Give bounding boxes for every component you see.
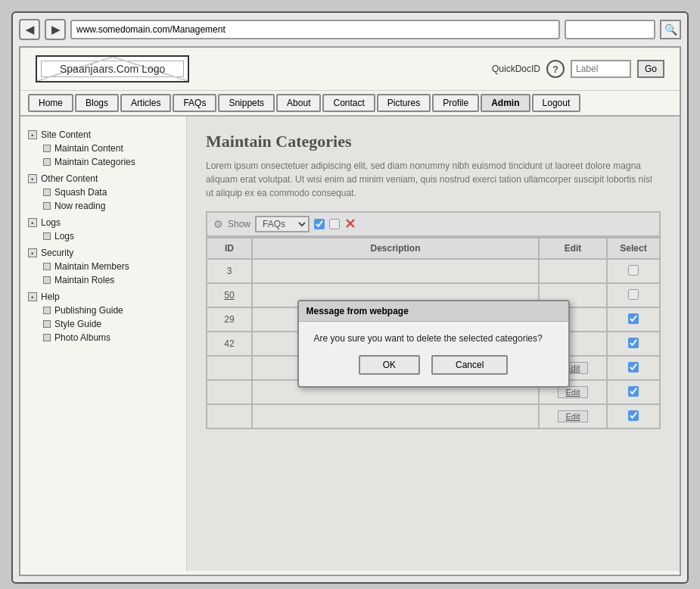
sidebar-item-logs[interactable]: Logs [28,229,179,243]
page-header: Spaanjaars.Com Logo QuickDocID ? Go [20,48,680,91]
item-icon-maintain-categories [43,158,51,166]
sidebar-item-label-photo-albums: Photo Albums [54,332,110,343]
sidebar-item-maintain-members[interactable]: Maintain Members [28,260,179,273]
main-content: ▪ Site Content Maintain Content Maintain… [20,117,680,571]
sidebar-item-label-logs: Logs [54,231,74,242]
search-button[interactable]: 🔍 [660,20,681,39]
item-icon-maintain-members [43,263,51,270]
sidebar-item-maintain-categories[interactable]: Maintain Categories [28,155,179,169]
sidebar-item-label-squash-data: Squash Data [54,187,107,198]
section-icon-security: ▪ [28,248,37,257]
modal-message: Are you sure you want to delete the sele… [314,333,553,344]
help-button[interactable]: ? [546,60,565,78]
sidebar-section-header-help[interactable]: ▪ Help [28,290,179,304]
sidebar-section-label-security: Security [41,248,73,258]
sidebar-item-maintain-content[interactable]: Maintain Content [28,142,179,155]
item-icon-squash-data [43,189,51,196]
sidebar-item-maintain-roles[interactable]: Maintain Roles [28,273,179,287]
nav-admin[interactable]: Admin [481,94,530,112]
modal-overlay: Message from webpage Are you sure you wa… [187,117,680,571]
item-icon-maintain-roles [43,276,51,284]
sidebar-section-help: ▪ Help Publishing Guide Style Guide Phot… [28,290,179,344]
modal-title: Message from webpage [306,306,409,316]
modal-buttons: OK Cancel [314,355,553,375]
sidebar-section-logs: ▪ Logs Logs [28,216,179,243]
section-icon-site-content: ▪ [28,130,37,139]
browser-window: ◀ ▶ 🔍 Spaanjaars.Com Logo QuickDocID ? G… [11,11,689,584]
sidebar-item-label-publishing-guide: Publishing Guide [54,305,123,316]
modal-dialog: Message from webpage Are you sure you wa… [297,300,570,388]
nav-home[interactable]: Home [28,94,73,112]
quickdoc-go-button[interactable]: Go [637,60,664,78]
modal-title-bar: Message from webpage [299,301,568,322]
content-area: Maintain Categories Lorem ipsum onsectet… [187,117,680,571]
section-icon-logs: ▪ [28,218,37,227]
main-navigation: Home Blogs Articles FAQs Snippets About … [20,91,680,117]
page-wrapper: Spaanjaars.Com Logo QuickDocID ? Go Home… [19,46,681,576]
browser-search-input[interactable] [565,20,655,39]
nav-snippets[interactable]: Snippets [218,94,275,112]
modal-ok-button[interactable]: OK [359,355,420,375]
quickdoc-label: QuickDocID [492,64,540,74]
sidebar-item-squash-data[interactable]: Squash Data [28,185,179,199]
back-button[interactable]: ◀ [19,19,40,40]
sidebar-section-header-logs[interactable]: ▪ Logs [28,216,179,229]
sidebar-item-label-maintain-members: Maintain Members [54,261,129,272]
address-bar[interactable] [70,20,560,39]
item-icon-style-guide [43,320,51,328]
nav-profile[interactable]: Profile [432,94,479,112]
sidebar-item-publishing-guide[interactable]: Publishing Guide [28,304,179,317]
item-icon-logs [43,232,51,240]
sidebar-item-photo-albums[interactable]: Photo Albums [28,331,179,344]
sidebar-section-security: ▪ Security Maintain Members Maintain Rol… [28,246,179,287]
modal-body: Are you sure you want to delete the sele… [299,322,568,386]
sidebar-section-header-security[interactable]: ▪ Security [28,246,179,260]
quickdoc-input[interactable] [571,60,631,78]
nav-blogs[interactable]: Blogs [75,94,119,112]
nav-pictures[interactable]: Pictures [377,94,431,112]
item-icon-now-reading [43,202,51,210]
nav-articles[interactable]: Articles [120,94,171,112]
sidebar-section-label-other-content: Other Content [41,173,98,184]
site-logo: Spaanjaars.Com Logo [36,55,189,83]
sidebar-item-style-guide[interactable]: Style Guide [28,317,179,331]
forward-button[interactable]: ▶ [45,19,66,40]
sidebar-item-label-style-guide: Style Guide [54,319,101,329]
section-icon-help: ▪ [28,292,37,301]
header-right: QuickDocID ? Go [492,60,664,78]
sidebar-section-label-logs: Logs [41,217,61,228]
sidebar-item-label-maintain-roles: Maintain Roles [54,275,114,285]
item-icon-photo-albums [43,334,51,341]
section-icon-other-content: ▪ [28,174,37,183]
logo-text: Spaanjaars.Com Logo [60,63,165,75]
sidebar-section-header-other-content[interactable]: ▪ Other Content [28,172,179,185]
sidebar-item-now-reading[interactable]: Now reading [28,199,179,213]
browser-toolbar: ◀ ▶ 🔍 [19,19,681,40]
modal-cancel-button[interactable]: Cancel [431,355,508,375]
item-icon-publishing-guide [43,307,51,314]
nav-contact[interactable]: Contact [322,94,375,112]
sidebar-item-label-now-reading: Now reading [54,201,105,211]
sidebar-item-label-maintain-categories: Maintain Categories [54,157,135,167]
sidebar-section-label-help: Help [41,291,60,302]
sidebar: ▪ Site Content Maintain Content Maintain… [20,117,187,571]
sidebar-section-header-site-content[interactable]: ▪ Site Content [28,128,179,142]
nav-about[interactable]: About [276,94,321,112]
sidebar-section-label-site-content: Site Content [41,129,91,140]
sidebar-item-label-maintain-content: Maintain Content [54,143,123,154]
nav-logout[interactable]: Logout [532,94,581,112]
item-icon-maintain-content [43,145,51,152]
nav-faqs[interactable]: FAQs [173,94,216,112]
sidebar-section-other-content: ▪ Other Content Squash Data Now reading [28,172,179,213]
sidebar-section-site-content: ▪ Site Content Maintain Content Maintain… [28,128,179,169]
